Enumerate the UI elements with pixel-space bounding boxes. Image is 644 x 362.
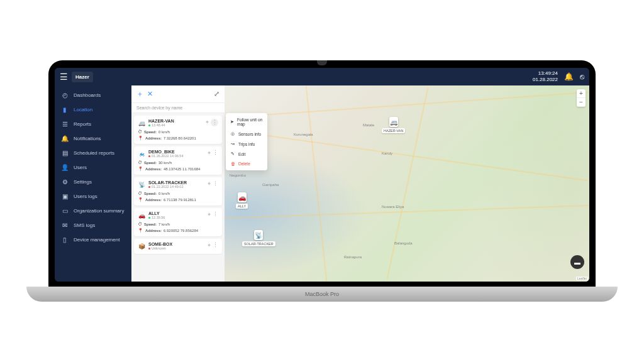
- app-screen: ☰ Hazer 13:49:24 01.28.2022 🔔 ⎋ ◴Dashboa…: [55, 68, 589, 282]
- laptop-frame: ☰ Hazer 13:49:24 01.28.2022 🔔 ⎋ ◴Dashboa…: [48, 60, 596, 302]
- map-marker[interactable]: 🚐HAZER-VAN: [382, 117, 405, 133]
- city-label: Nuwara Eliya: [382, 205, 404, 209]
- nav-label: Dashboards: [74, 92, 101, 98]
- sidebar-item-notifications[interactable]: 🔔Notifications: [55, 131, 131, 146]
- layers-button[interactable]: ▬: [570, 255, 584, 269]
- device-type-icon: 📡: [138, 180, 145, 189]
- map-marker[interactable]: 🚗ALLY: [236, 192, 248, 209]
- sidebar-item-organization-summary[interactable]: ▭Organization summary: [55, 204, 131, 218]
- city-label: Matale: [363, 123, 374, 127]
- add-icon[interactable]: ＋: [136, 89, 143, 99]
- marker-label: HAZER-VAN: [382, 128, 405, 133]
- ctx-trips-info[interactable]: ↝Trips info: [226, 139, 267, 149]
- ctx-delete[interactable]: 🗑Delete: [226, 159, 267, 168]
- sidebar-item-users-logs[interactable]: ▣Users logs: [55, 189, 131, 204]
- speed-icon: ⏱: [138, 222, 142, 226]
- locate-icon[interactable]: ⌖: [208, 211, 211, 218]
- nav-icon: ▤: [61, 150, 69, 156]
- more-icon[interactable]: ⋮: [213, 242, 218, 249]
- more-icon[interactable]: ⋮: [211, 119, 218, 126]
- device-card[interactable]: 📡 SOLAR-TRACKER 01.22.2022 14:49:02 ⌖ ⋮ …: [134, 177, 222, 206]
- clock-date: 01.28.2022: [533, 77, 558, 83]
- nav-label: SMS logs: [74, 222, 95, 228]
- device-list: 🚐 HAZER-VAN 13.48.44 ⌖ ⋮ ⏱Speed: 0 km/h📍…: [131, 113, 225, 282]
- ctx-icon: ➤: [230, 119, 234, 124]
- map-attribution: Leaflet: [576, 277, 588, 280]
- nav-icon: ☰: [61, 121, 69, 128]
- sidebar-item-sms-logs[interactable]: ✉SMS logs: [55, 218, 131, 233]
- nav-label: Users logs: [74, 194, 97, 199]
- ctx-icon: 🗑: [230, 162, 235, 166]
- zoom-control: + −: [577, 89, 586, 107]
- nav-label: Device management: [74, 237, 119, 243]
- device-timestamp: 12.39.56: [148, 216, 165, 219]
- location-icon: 📍: [138, 228, 143, 233]
- city-label: Kandy: [382, 151, 392, 155]
- context-menu: ➤Follow unit on map◎Sensors info↝Trips i…: [226, 113, 267, 170]
- zoom-out-button[interactable]: −: [577, 98, 586, 107]
- locate-icon[interactable]: ⌖: [208, 242, 211, 249]
- nav-label: Location: [74, 107, 92, 112]
- device-timestamp: 01.22.2022 14:49:02: [148, 185, 187, 189]
- clock: 13:49:24 01.28.2022: [533, 70, 558, 82]
- sidebar-item-scheduled-reports[interactable]: ▤Scheduled reports: [55, 146, 131, 160]
- device-name: SOME-BOX: [148, 242, 172, 246]
- ctx-icon: ◎: [230, 131, 235, 136]
- ctx-follow-unit-on-map[interactable]: ➤Follow unit on map: [226, 115, 267, 129]
- sidebar-item-settings[interactable]: ⚙Settings: [55, 175, 131, 189]
- device-card[interactable]: 🚐 HAZER-VAN 13.48.44 ⌖ ⋮ ⏱Speed: 0 km/h📍…: [134, 116, 222, 144]
- expand-icon[interactable]: ⤢: [214, 90, 219, 98]
- logout-icon[interactable]: ⎋: [580, 72, 584, 81]
- bell-icon[interactable]: 🔔: [564, 72, 574, 81]
- map[interactable]: NegomboKurunegalaGampahaKandyNuwara Eliy…: [225, 85, 589, 282]
- laptop-base: MacBook Pro: [26, 287, 618, 302]
- sidebar-item-location[interactable]: ▮Location: [55, 102, 131, 117]
- nav-label: Users: [74, 165, 87, 170]
- marker-label: ALLY: [236, 204, 248, 209]
- locate-icon[interactable]: ⌖: [208, 180, 211, 187]
- nav-label: Scheduled reports: [74, 150, 114, 156]
- main-content: ＋ ✕ ⤢ Search device by name 🚐 HAZER-VAN …: [131, 85, 589, 282]
- location-icon: 📍: [138, 197, 143, 202]
- close-icon[interactable]: ✕: [147, 90, 153, 98]
- marker-pin: 🚗: [238, 192, 247, 202]
- more-icon[interactable]: ⋮: [213, 150, 218, 156]
- search-input[interactable]: Search device by name: [131, 103, 225, 113]
- ctx-sensors-info[interactable]: ◎Sensors info: [226, 129, 267, 139]
- device-card[interactable]: 📦 SOME-BOX Unknown ⌖ ⋮: [134, 239, 222, 254]
- clock-time: 13:49:24: [533, 70, 558, 77]
- device-type-icon: 🏍: [138, 150, 145, 158]
- marker-label: SOLAR-TRACKER: [242, 241, 275, 246]
- location-icon: 📍: [138, 167, 143, 172]
- city-label: Ratnapura: [344, 255, 362, 259]
- nav-icon: ✉: [61, 222, 69, 229]
- more-icon[interactable]: ⋮: [213, 211, 218, 218]
- nav-icon: 👤: [61, 164, 69, 171]
- nav-icon: 🔔: [61, 135, 69, 142]
- sidebar-item-device-management[interactable]: ▯Device management: [55, 233, 131, 247]
- nav-icon: ▣: [61, 193, 69, 200]
- device-type-icon: 🚗: [138, 211, 145, 220]
- device-name: SOLAR-TRACKER: [148, 180, 187, 185]
- brand-logo: Hazer: [72, 72, 93, 82]
- top-bar: ☰ Hazer 13:49:24 01.28.2022 🔔 ⎋: [55, 68, 589, 85]
- nav-label: Reports: [74, 121, 91, 127]
- more-icon[interactable]: ⋮: [213, 180, 218, 187]
- sidebar-item-reports[interactable]: ☰Reports: [55, 117, 131, 131]
- sidebar-item-users[interactable]: 👤Users: [55, 160, 131, 175]
- sidebar-item-dashboards[interactable]: ◴Dashboards: [55, 88, 131, 102]
- locate-icon[interactable]: ⌖: [206, 119, 209, 126]
- ctx-edit[interactable]: ✎Edit: [226, 149, 267, 159]
- location-icon: 📍: [138, 136, 143, 141]
- map-marker[interactable]: 📡SOLAR-TRACKER: [242, 230, 275, 246]
- device-card[interactable]: 🏍 DEMO_BIKE 01.26.2022 14:06:54 ⌖ ⋮ ⏱Spe…: [134, 146, 222, 175]
- locate-icon[interactable]: ⌖: [208, 150, 211, 156]
- hamburger-icon[interactable]: ☰: [60, 72, 68, 82]
- camera-notch: [317, 60, 327, 65]
- device-card[interactable]: 🚗 ALLY 12.39.56 ⌖ ⋮ ⏱Speed: 7 km/h📍Addre…: [134, 208, 222, 236]
- nav-icon: ▭: [61, 207, 69, 214]
- zoom-in-button[interactable]: +: [577, 89, 586, 98]
- device-type-icon: 📦: [138, 242, 145, 251]
- devices-toolbar: ＋ ✕ ⤢: [131, 85, 225, 103]
- nav-icon: ◴: [61, 92, 69, 99]
